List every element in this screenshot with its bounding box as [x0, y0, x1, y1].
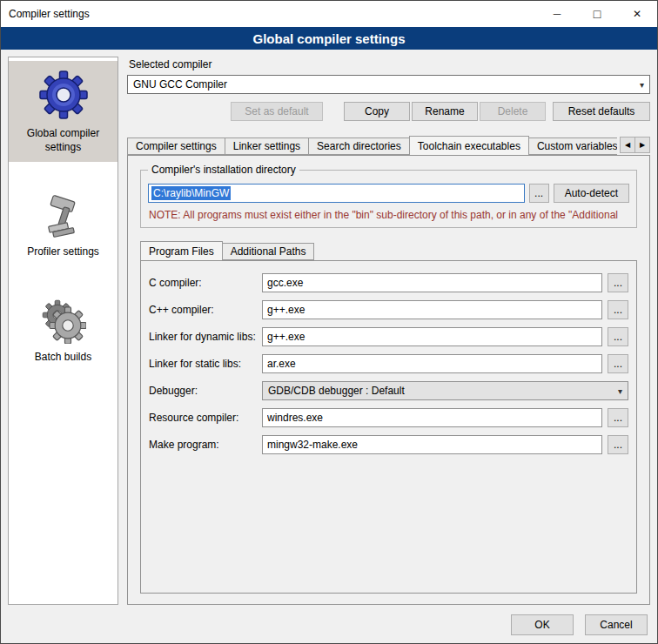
resource-compiler-browse-button[interactable]: ... — [608, 408, 628, 427]
field-label: Debugger: — [149, 385, 257, 397]
field-row-dynamic-linker: Linker for dynamic libs: ... — [149, 327, 628, 346]
tabs-strip: Compiler settings Linker settings Search… — [127, 134, 617, 155]
sidebar-item-label: Profiler settings — [27, 245, 99, 259]
subtabs-strip: Program Files Additional Paths — [140, 239, 604, 260]
field-label: Linker for static libs: — [149, 358, 257, 370]
static-linker-input[interactable] — [262, 354, 602, 373]
make-program-input[interactable] — [262, 435, 602, 454]
installation-directory-row: C:\raylib\MinGW ... Auto-detect — [148, 184, 629, 203]
debugger-select[interactable]: GDB/CDB debugger : Default ▾ — [262, 381, 628, 400]
tab-compiler-settings[interactable]: Compiler settings — [127, 138, 225, 155]
arrow-right-icon: ▶ — [640, 141, 645, 149]
titlebar: Compiler settings ─ □ ✕ — [1, 1, 657, 27]
blue-gear-icon — [38, 70, 89, 123]
compiler-select-value: GNU GCC Compiler — [133, 78, 227, 91]
installation-directory-group: Compiler's installation directory C:\ray… — [140, 170, 637, 228]
installation-directory-value: C:\raylib\MinGW — [151, 186, 231, 200]
cpp-compiler-input[interactable] — [262, 300, 602, 319]
delete-button[interactable]: Delete — [480, 102, 546, 121]
maximize-icon: □ — [594, 7, 601, 21]
set-as-default-button[interactable]: Set as default — [231, 102, 323, 121]
field-label: C compiler: — [149, 277, 257, 289]
maximize-button[interactable]: □ — [577, 1, 617, 27]
rename-button[interactable]: Rename — [412, 102, 478, 121]
compiler-settings-window: Compiler settings ─ □ ✕ Global compiler … — [0, 0, 658, 644]
copy-button[interactable]: Copy — [344, 102, 410, 121]
sidebar-item-global-compiler-settings[interactable]: Global compiler settings — [9, 61, 118, 162]
installation-directory-group-title: Compiler's installation directory — [148, 164, 299, 176]
sidebar-item-profiler-settings[interactable]: Profiler settings — [9, 184, 118, 267]
tab-linker-settings[interactable]: Linker settings — [225, 138, 309, 155]
resource-compiler-input[interactable] — [262, 408, 602, 427]
dynamic-linker-browse-button[interactable]: ... — [608, 327, 628, 346]
field-row-make-program: Make program: ... — [149, 435, 628, 454]
static-linker-browse-button[interactable]: ... — [608, 354, 628, 373]
auto-detect-button[interactable]: Auto-detect — [554, 184, 629, 203]
minimize-icon: ─ — [554, 8, 561, 20]
c-compiler-browse-button[interactable]: ... — [608, 273, 628, 292]
tab-toolchain-executables[interactable]: Toolchain executables — [409, 136, 529, 155]
profiler-hammer-icon — [41, 193, 86, 241]
cpp-compiler-browse-button[interactable]: ... — [608, 300, 628, 319]
close-icon: ✕ — [633, 8, 641, 20]
field-row-cpp-compiler: C++ compiler: ... — [149, 300, 628, 319]
tab-program-files[interactable]: Program Files — [140, 241, 223, 260]
compiler-select[interactable]: GNU GCC Compiler ▾ — [127, 75, 650, 94]
window-controls: ─ □ ✕ — [537, 1, 657, 27]
chevron-down-icon: ▾ — [640, 80, 644, 90]
field-label: Resource compiler: — [149, 412, 257, 424]
minimize-button[interactable]: ─ — [537, 1, 577, 27]
dialog-footer: OK Cancel — [1, 607, 657, 643]
tab-additional-paths[interactable]: Additional Paths — [222, 243, 315, 260]
cancel-button[interactable]: Cancel — [585, 614, 648, 635]
close-button[interactable]: ✕ — [617, 1, 657, 27]
sidebar-item-batch-builds[interactable]: Batch builds — [9, 290, 118, 372]
arrow-left-icon: ◀ — [625, 141, 630, 149]
field-label: C++ compiler: — [149, 304, 257, 316]
tab-search-directories[interactable]: Search directories — [308, 138, 410, 155]
c-compiler-input[interactable] — [262, 273, 602, 292]
ok-button[interactable]: OK — [511, 614, 574, 635]
installation-directory-input[interactable]: C:\raylib\MinGW — [148, 184, 525, 203]
window-title: Compiler settings — [9, 8, 537, 20]
main-panel: Selected compiler GNU GCC Compiler ▾ Set… — [127, 57, 650, 605]
field-row-resource-compiler: Resource compiler: ... — [149, 408, 628, 427]
chevron-down-icon: ▾ — [618, 386, 622, 396]
reset-defaults-button[interactable]: Reset defaults — [553, 102, 650, 121]
installation-note: NOTE: All programs must exist either in … — [149, 209, 628, 221]
settings-tabbar: Compiler settings Linker settings Search… — [127, 134, 650, 155]
gray-gears-icon — [41, 299, 86, 346]
sidebar-item-label: Global compiler settings — [11, 127, 115, 154]
tab-custom-variables[interactable]: Custom variables — [528, 138, 617, 155]
debugger-select-value: GDB/CDB debugger : Default — [268, 385, 405, 397]
program-files-tabbar: Program Files Additional Paths — [140, 239, 637, 260]
tab-scroll-controls: ◀ ▶ — [620, 137, 650, 153]
field-label: Linker for dynamic libs: — [149, 331, 257, 343]
selected-compiler-label: Selected compiler — [129, 58, 650, 70]
toolchain-executables-panel: Compiler's installation directory C:\ray… — [127, 155, 650, 605]
compiler-actions: Set as default Copy Rename Delete Reset … — [127, 102, 650, 121]
tab-scroll-right-button[interactable]: ▶ — [634, 137, 650, 153]
sidebar: Global compiler settings Profiler settin… — [8, 57, 118, 605]
field-row-debugger: Debugger: GDB/CDB debugger : Default ▾ — [149, 381, 628, 400]
dynamic-linker-input[interactable] — [262, 327, 602, 346]
installation-directory-browse-button[interactable]: ... — [529, 184, 549, 203]
page-title: Global compiler settings — [1, 27, 657, 50]
dialog-body: Global compiler settings Profiler settin… — [1, 50, 657, 607]
make-program-browse-button[interactable]: ... — [608, 435, 628, 454]
field-row-c-compiler: C compiler: ... — [149, 273, 628, 292]
field-row-static-linker: Linker for static libs: ... — [149, 354, 628, 373]
program-files-panel: C compiler: ... C++ compiler: ... Linker… — [140, 260, 637, 594]
field-label: Make program: — [149, 439, 257, 451]
sidebar-item-label: Batch builds — [35, 351, 91, 365]
tab-scroll-left-button[interactable]: ◀ — [620, 137, 635, 153]
